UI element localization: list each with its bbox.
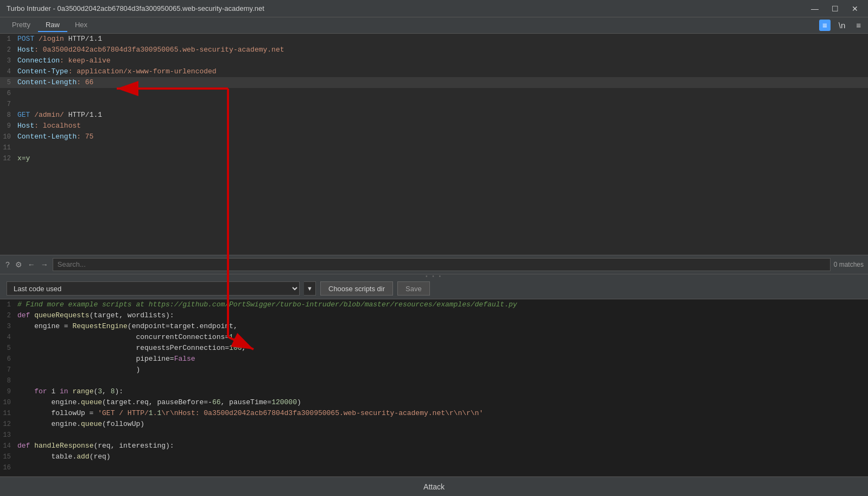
script-line-number: 13 [0,430,15,441]
script-toolbar: Last code used ▼ Choose scripts dir Save [0,279,868,299]
line-number: 8 [0,110,15,121]
line-number: 1 [0,34,15,45]
line-content: x=y [15,153,30,164]
script-line-content: table.add(req) [15,451,111,462]
script-line: 4 concurrentConnections=1, [0,332,868,343]
help-icon-button[interactable]: ? [4,259,11,270]
search-bar: ? ⚙ ← → 0 matches [0,255,868,274]
script-line: 15 table.add(req) [0,451,868,462]
close-button[interactable]: ✕ [848,3,861,14]
script-line-content: # Find more example scripts at https://g… [15,299,517,310]
script-line-content: followUp = 'GET / HTTP/1.1\r\nHost: 0a35… [15,408,483,419]
script-line-content: requestsPerConnection=100, [15,343,246,354]
line-content: Connection: keep-alive [15,55,111,66]
script-line-content [15,462,17,473]
request-line: 1POST /login HTTP/1.1 [0,34,868,45]
script-line: 16 [0,462,868,473]
script-line-number: 5 [0,343,15,354]
script-line: 9 for i in range(3, 8): [0,386,868,397]
newline-icon-button[interactable]: \n [836,20,848,31]
script-line-number: 7 [0,365,15,375]
line-content: GET /admin/ HTTP/1.1 [15,110,102,121]
request-line: 2Host: 0a3500d2042acb67804d3fa300950065.… [0,45,868,55]
choose-scripts-dir-button[interactable]: Choose scripts dir [320,281,393,296]
menu-icon-button[interactable]: ≡ [853,20,864,31]
script-line-number: 2 [0,310,15,321]
prev-match-button[interactable]: ← [27,259,36,270]
panel-divider[interactable]: • • • [0,274,868,279]
script-line-content: def queueRequests(target, wordlists): [15,310,174,321]
request-line: 9Host: localhost [0,121,868,131]
script-line: 1# Find more example scripts at https://… [0,299,868,310]
script-line-number: 9 [0,386,15,397]
script-line: 12 engine.queue(followUp) [0,419,868,430]
script-line-content: engine.queue(followUp) [15,419,144,430]
tab-raw[interactable]: Raw [38,18,67,32]
line-content: Host: 0a3500d2042acb67804d3fa300950065.w… [15,45,284,55]
tab-pretty[interactable]: Pretty [4,18,38,32]
window-controls: — ☐ ✕ [808,3,861,14]
request-line: 3Connection: keep-alive [0,55,868,66]
script-line-content: def handleResponse(req, interesting): [15,441,174,451]
script-line-number: 6 [0,354,15,365]
line-content: Content-Type: application/x-www-form-url… [15,66,217,77]
request-area: 1POST /login HTTP/1.12Host: 0a3500d2042a… [0,34,868,255]
attack-bar: Attack [0,476,868,496]
line-number: 2 [0,45,15,55]
wrap-icon-button[interactable]: ≡ [819,20,831,31]
line-content: Host: localhost [15,121,81,131]
line-number: 4 [0,66,15,77]
script-line: 11 followUp = 'GET / HTTP/1.1\r\nHost: 0… [0,408,868,419]
script-line: 8 [0,375,868,386]
tab-bar: Pretty Raw Hex ≡ \n ≡ [0,17,868,34]
dropdown-arrow[interactable]: ▼ [304,281,316,296]
script-line-content: pipeline=False [15,354,195,365]
script-line-number: 12 [0,419,15,430]
line-number: 10 [0,131,15,142]
script-line-number: 14 [0,441,15,451]
settings-icon-button[interactable]: ⚙ [14,259,23,270]
script-line-number: 1 [0,299,15,310]
script-line: 10 engine.queue(target.req, pauseBefore=… [0,397,868,408]
tab-bar-right: ≡ \n ≡ [819,20,864,31]
request-line: 8GET /admin/ HTTP/1.1 [0,110,868,121]
script-line-number: 15 [0,451,15,462]
script-line: 7 ) [0,365,868,375]
line-number: 7 [0,99,15,110]
minimize-button[interactable]: — [808,3,822,14]
attack-button[interactable]: Attack [423,482,445,491]
line-content [15,142,17,153]
maximize-button[interactable]: ☐ [828,3,842,14]
script-dropdown[interactable]: Last code used [7,281,300,296]
script-editor-area: 1# Find more example scripts at https://… [0,299,868,477]
search-input[interactable] [53,258,831,271]
script-line: 6 pipeline=False [0,354,868,365]
save-button[interactable]: Save [397,281,430,296]
line-number: 3 [0,55,15,66]
tab-hex[interactable]: Hex [67,18,95,32]
search-matches: 0 matches [834,261,864,268]
script-line-number: 10 [0,397,15,408]
script-line: 13 [0,430,868,441]
script-line-content [15,430,17,441]
script-line-number: 11 [0,408,15,419]
script-line: 14def handleResponse(req, interesting): [0,441,868,451]
line-number: 11 [0,142,15,153]
next-match-button[interactable]: → [40,259,49,270]
request-line: 12x=y [0,153,868,164]
script-line-number: 3 [0,321,15,332]
script-line: 5 requestsPerConnection=100, [0,343,868,354]
script-line-content: concurrentConnections=1, [15,332,238,343]
line-number: 9 [0,121,15,131]
script-line-content: ) [15,365,140,375]
line-content [15,88,17,99]
line-content: POST /login HTTP/1.1 [15,34,102,45]
line-content: Content-Length: 75 [15,131,93,142]
script-line: 3 engine = RequestEngine(endpoint=target… [0,321,868,332]
request-line: 5Content-Length: 66 [0,77,868,88]
script-line-number: 16 [0,462,15,473]
script-line-content: engine = RequestEngine(endpoint=target.e… [15,321,238,332]
line-content [15,99,17,110]
script-line: 2def queueRequests(target, wordlists): [0,310,868,321]
window-title: Turbo Intruder - 0a3500d2042acb67804d3fa… [7,4,264,12]
